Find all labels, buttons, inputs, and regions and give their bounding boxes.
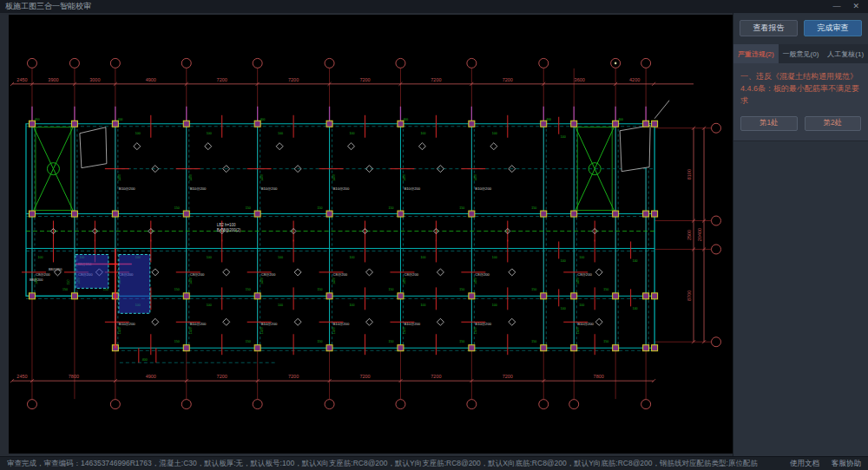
- window-title: 板施工图三合一智能校审: [5, 1, 91, 12]
- svg-text:7800: 7800: [594, 374, 604, 379]
- svg-text:100: 100: [207, 132, 212, 135]
- svg-text:B10@200: B10@200: [261, 186, 278, 191]
- violation-location-button-1[interactable]: 第1处: [740, 116, 798, 131]
- svg-text:150: 150: [531, 340, 536, 343]
- svg-text:B8@150: B8@150: [49, 267, 62, 271]
- svg-text:100: 100: [278, 304, 283, 307]
- violation-locations: 第1处第2处: [740, 116, 861, 131]
- svg-text:100: 100: [207, 304, 212, 307]
- svg-text:1400: 1400: [118, 327, 122, 334]
- svg-text:B10@200: B10@200: [261, 322, 278, 326]
- svg-text:2450: 2450: [16, 374, 27, 379]
- svg-text:100: 100: [561, 307, 566, 310]
- svg-text:150: 150: [388, 206, 393, 210]
- svg-text:7200: 7200: [359, 374, 370, 379]
- tab-1[interactable]: 一般意见(0): [779, 44, 824, 63]
- status-link-0[interactable]: 使用文档: [790, 459, 819, 469]
- svg-text:150: 150: [174, 288, 180, 291]
- svg-text:1400: 1400: [403, 327, 406, 334]
- svg-text:3000: 3000: [89, 77, 100, 82]
- svg-text:8700: 8700: [687, 290, 692, 301]
- violation-highlight-2[interactable]: [119, 254, 150, 313]
- svg-text:C8@200: C8@200: [475, 272, 490, 277]
- window-controls: — ✕: [832, 0, 863, 13]
- svg-text:B10@200: B10@200: [119, 322, 135, 326]
- svg-text:C8@200: C8@200: [404, 272, 418, 277]
- review-panel: 查看报告 完成审查 严重违规(2)一般意见(0)人工复核(1) 一、违反《混凝土…: [733, 13, 868, 456]
- svg-text:4900: 4900: [146, 77, 156, 82]
- tab-0[interactable]: 严重违规(2): [733, 44, 779, 63]
- status-link-1[interactable]: 客服协助: [832, 459, 861, 469]
- svg-text:100: 100: [633, 259, 638, 263]
- svg-text:B10@200: B10@200: [475, 322, 491, 326]
- svg-text:B10@200: B10@200: [119, 186, 135, 191]
- main-area: 2450390030004900720072007200720072003600…: [0, 13, 868, 456]
- svg-text:4200: 4200: [629, 77, 640, 82]
- svg-text:1400: 1400: [189, 327, 193, 334]
- svg-text:4900: 4900: [146, 374, 156, 379]
- canvas-area: 2450390030004900720072007200720072003600…: [0, 13, 733, 456]
- svg-text:150: 150: [103, 288, 108, 291]
- svg-text:150: 150: [603, 288, 608, 291]
- close-button[interactable]: ✕: [852, 0, 859, 13]
- svg-text:100: 100: [350, 304, 355, 307]
- svg-text:100: 100: [135, 132, 141, 135]
- svg-text:150: 150: [459, 288, 464, 291]
- svg-text:1400: 1400: [332, 174, 336, 181]
- finish-review-button[interactable]: 完成审查: [804, 20, 862, 36]
- svg-text:100: 100: [350, 256, 355, 259]
- svg-text:400: 400: [403, 118, 408, 121]
- violation-highlight-1[interactable]: [76, 254, 108, 288]
- svg-text:B10@200: B10@200: [190, 186, 207, 191]
- svg-text:B:C8@200(2): B:C8@200(2): [217, 229, 241, 233]
- svg-text:150: 150: [603, 340, 608, 343]
- violation-card: 一、违反《混凝土结构通用规范》4.4.6条：板的最小配筋率不满足要求 第1处第2…: [733, 63, 868, 141]
- svg-text:8100: 8100: [687, 169, 692, 180]
- svg-text:B10@200: B10@200: [333, 186, 350, 191]
- svg-text:1400: 1400: [260, 327, 264, 334]
- svg-text:B10@200: B10@200: [475, 186, 491, 191]
- review-summary: 审查完成，审查编码：146353746996R1763，混凝土:C30，默认板厚…: [7, 459, 781, 469]
- svg-text:7200: 7200: [503, 77, 513, 82]
- svg-text:1400: 1400: [403, 277, 406, 284]
- svg-text:100: 100: [420, 132, 425, 135]
- svg-text:100: 100: [561, 259, 566, 263]
- svg-text:7200: 7200: [217, 77, 227, 82]
- svg-text:1400: 1400: [332, 327, 336, 334]
- svg-text:B10@200: B10@200: [577, 322, 594, 326]
- svg-text:150: 150: [459, 340, 464, 343]
- svg-text:LB2 h=100: LB2 h=100: [217, 223, 236, 227]
- svg-text:150: 150: [388, 340, 393, 343]
- tab-2[interactable]: 人工复核(1): [823, 44, 868, 63]
- floor-plan-drawing[interactable]: 2450390030004900720072007200720072003600…: [9, 15, 733, 454]
- svg-text:100: 100: [278, 256, 283, 259]
- svg-text:100: 100: [633, 307, 638, 310]
- violation-location-button-2[interactable]: 第2处: [805, 116, 862, 131]
- svg-text:400: 400: [118, 118, 123, 121]
- svg-text:400: 400: [35, 118, 40, 121]
- svg-text:100: 100: [579, 304, 584, 307]
- svg-text:C8@200: C8@200: [36, 272, 50, 277]
- svg-text:1400: 1400: [260, 277, 264, 284]
- svg-text:1400: 1400: [576, 277, 580, 284]
- svg-text:7200: 7200: [288, 374, 299, 379]
- svg-text:1400: 1400: [189, 174, 193, 181]
- panel-actions: 查看报告 完成审查: [733, 13, 868, 44]
- svg-text:2500: 2500: [687, 230, 692, 240]
- minimize-button[interactable]: —: [832, 0, 840, 13]
- svg-text:100: 100: [492, 304, 497, 307]
- svg-text:100: 100: [207, 256, 212, 259]
- svg-text:400: 400: [142, 358, 148, 362]
- svg-text:C8@200: C8@200: [190, 272, 205, 277]
- svg-text:100: 100: [37, 256, 43, 259]
- svg-text:400: 400: [260, 118, 266, 121]
- svg-text:150: 150: [318, 206, 323, 210]
- tab-bar: 严重违规(2)一般意见(0)人工复核(1): [733, 44, 868, 63]
- svg-text:7800: 7800: [69, 374, 79, 379]
- svg-text:B10@200: B10@200: [404, 322, 420, 326]
- svg-text:100: 100: [350, 132, 355, 135]
- cad-canvas[interactable]: 2450390030004900720072007200720072003600…: [9, 15, 733, 454]
- view-report-button[interactable]: 查看报告: [740, 20, 798, 36]
- svg-text:100: 100: [579, 256, 584, 259]
- svg-text:400: 400: [546, 118, 551, 121]
